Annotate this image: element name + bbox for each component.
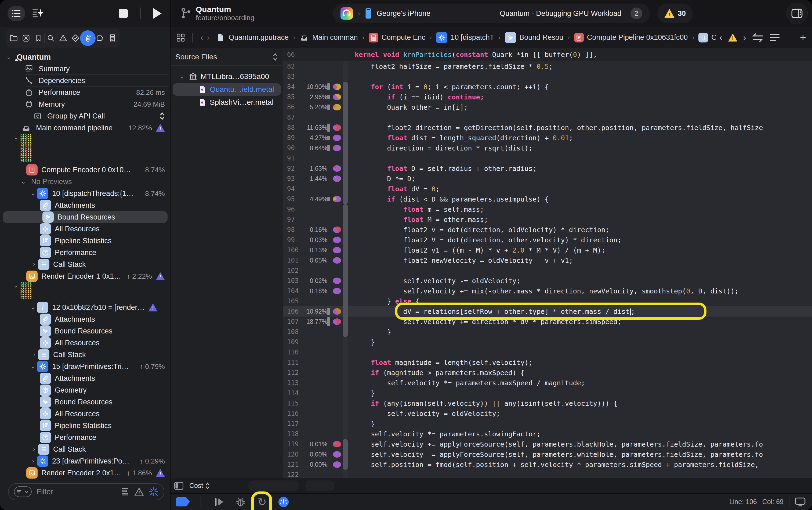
code-text[interactable]: float2 v = dot(direction, oldVelocity) *… (348, 226, 812, 234)
line-number[interactable]: 108 (283, 328, 300, 336)
chevron-down-icon[interactable]: ⌄ (179, 73, 185, 80)
sidebar-item-pipeline-statistics[interactable]: Pipeline Statistics (0, 420, 170, 431)
line-number[interactable]: 97 (283, 216, 300, 223)
code-text[interactable]: self.velocity = oldVelocity; (348, 410, 812, 418)
code-text[interactable]: D *= D; (348, 175, 812, 183)
code-text[interactable]: Quark other = in[i]; (348, 104, 812, 111)
navigator-tab-capture[interactable] (20, 30, 32, 47)
continue-button[interactable] (212, 495, 227, 509)
chevron-right-icon[interactable]: › (29, 458, 37, 464)
navigator-list-button[interactable] (7, 6, 25, 21)
sidebar-item-no-previews[interactable]: ⌄No Previews (0, 176, 170, 188)
line-number[interactable]: 104 (283, 287, 300, 295)
breadcrumb-item[interactable]: Quantum.gputrace (216, 33, 289, 42)
sidebar-item-memory[interactable]: Memory24.69 MiB (0, 98, 170, 110)
filter-input[interactable]: Filter (8, 483, 164, 500)
sidebar-item-main-command-pipeline[interactable]: Main command pipeline12.82%! (0, 122, 170, 134)
sidebar-item-performance[interactable]: Performance (0, 247, 170, 258)
sidebar-item-12-0x10b827b10-render[interactable]: ⌄f12 0x10b827b10 = [render…! (0, 302, 170, 313)
breadcrumb-item[interactable]: Compute Enc (369, 33, 426, 42)
line-number[interactable]: 102 (283, 267, 300, 274)
code-text[interactable]: float dV = 0; (348, 185, 812, 193)
code-text[interactable]: if (i == iGid) continue; (348, 93, 812, 101)
sidebar-item-all-resources[interactable]: All Resources (0, 408, 170, 420)
scheme-title[interactable]: Quantum feature/onboarding (181, 5, 254, 22)
sidebar-item-quantum[interactable]: ⌄Quantum (0, 51, 170, 63)
breadcrumb-item[interactable]: {}Compute Function — krnParticles (698, 33, 716, 42)
code-text[interactable]: self.velocity -= oldVelocity; (348, 277, 812, 285)
code-text[interactable]: float2 v1 = ((m - M) * v + 2.0 * M * V) … (348, 247, 812, 254)
code-text[interactable]: float magnitude = length(self.velocity); (348, 359, 812, 367)
performance-gauge-button[interactable] (276, 495, 291, 509)
add-editor-button[interactable]: + (800, 31, 806, 44)
navigator-tab-search[interactable] (44, 30, 57, 47)
line-number[interactable]: 96 (283, 205, 300, 213)
code-text[interactable]: self.velocity += mix(-other.mass * direc… (348, 287, 812, 295)
chevron-down-icon[interactable]: ⌄ (29, 363, 37, 370)
line-number[interactable]: 116 (283, 410, 300, 417)
code-text[interactable]: float D = self.radius + other.radius; (348, 165, 812, 172)
sidebar-item-call-stack[interactable]: ›Call Stack (0, 443, 170, 455)
sidebar-item-call-stack[interactable]: ›Call Stack (0, 258, 170, 270)
chevron-down-icon[interactable]: ⌄ (29, 304, 37, 311)
line-number[interactable]: 84 (283, 83, 300, 90)
line-number[interactable]: 101 (283, 257, 300, 264)
sidebar-item-attachments[interactable]: Attachments (0, 372, 170, 384)
line-number[interactable]: 88 (283, 124, 300, 132)
code-text[interactable]: float dist = length_squared(direction) +… (348, 134, 812, 142)
line-number[interactable]: 93 (283, 175, 300, 182)
line-number[interactable]: 100 (283, 247, 300, 254)
sidebar-item-all-resources[interactable]: All Resources (0, 223, 170, 235)
line-number[interactable]: 118 (283, 430, 300, 438)
code-text[interactable]: } (348, 338, 812, 346)
filter-dispatch-icon[interactable] (149, 487, 158, 497)
device-run-pill[interactable]: › George's iPhone Quantum - Debugging GP… (333, 3, 650, 23)
text-lines-icon[interactable] (769, 33, 780, 42)
code-text[interactable]: float2 direction = getDirection(self.pos… (348, 124, 812, 132)
chevron-right-icon[interactable]: › (30, 351, 38, 358)
sidebar-item-compute-encoder-0-0x10[interactable]: Compute Encoder 0 0x10…8.74% (0, 164, 170, 176)
code-text[interactable]: self.velocity *= parameters.maxSpeed / m… (348, 379, 812, 387)
sidebar-item-10-dispatchthreads-1[interactable]: ⌄10 [dispatchThreads:{1…8.74% (0, 188, 170, 199)
code-text[interactable]: self.velocity += direction * dV * parame… (348, 318, 812, 326)
line-number[interactable]: 107 (283, 318, 300, 325)
breadcrumb-item[interactable]: 10 [dispatchT (436, 32, 494, 43)
code-text[interactable]: float m = self.mass; (348, 205, 812, 214)
warnings-pill[interactable]: ! 30 (657, 3, 693, 23)
line-number[interactable]: 106 (283, 308, 300, 315)
code-text[interactable]: if (magnitude > parameters.maxSpeed) { (348, 369, 812, 377)
code-text[interactable]: float2 V = dot(direction, other.velocity… (348, 236, 812, 244)
breadcrumb-item[interactable]: Main comman (299, 33, 358, 42)
sidebar-item-performance[interactable]: Performance (0, 431, 170, 443)
sidebar-item-render-encoder-2-0x1[interactable]: Render Encoder 2 0x1…↓ 1.86%! (0, 467, 170, 479)
line-number[interactable]: 92 (283, 165, 300, 172)
code-text[interactable]: float2 newVelocity = oldVelocity - v + v… (348, 257, 812, 264)
code-text[interactable]: } (348, 389, 812, 397)
breadcrumb-item[interactable]: Bound Resou (505, 32, 563, 43)
forward-button[interactable]: › (207, 32, 210, 42)
line-number[interactable]: 122 (283, 471, 300, 478)
code-text[interactable]: for (int i = 0; i < parameters.count; ++… (348, 83, 812, 91)
sidebar-item-preview-thumbnail[interactable]: ⌄ (0, 134, 170, 164)
line-number[interactable]: 85 (283, 93, 300, 101)
sidebar-item-pipeline-statistics[interactable]: Pipeline Statistics (0, 235, 170, 247)
line-number[interactable]: 95 (283, 195, 300, 203)
chevron-down-icon[interactable]: ⌄ (12, 134, 20, 141)
gutter-toggle-icon[interactable] (174, 482, 183, 490)
navigator-tab-bookmark[interactable] (32, 30, 44, 47)
chevron-down-icon[interactable]: ⌄ (5, 54, 13, 60)
line-number[interactable]: 105 (283, 298, 300, 305)
line-number[interactable]: 94 (283, 185, 300, 193)
chevron-down-icon[interactable]: ⌄ (19, 178, 27, 185)
sidebar-item-bound-resources[interactable]: Bound Resources (3, 211, 168, 223)
line-number[interactable]: 114 (283, 389, 300, 397)
line-number[interactable]: 110 (283, 348, 300, 356)
code-text[interactable]: float M = other.mass; (348, 216, 812, 224)
stop-button[interactable] (117, 8, 129, 18)
chevron-right-icon[interactable]: › (30, 261, 38, 268)
updown-control-icon[interactable] (159, 112, 165, 120)
line-number[interactable]: 83 (283, 73, 300, 80)
sidebar-item-23-drawprimitives-po[interactable]: ›23 [drawPrimitives:Po…↑ 0.29% (0, 455, 170, 467)
line-number[interactable]: 119 (283, 441, 300, 448)
navigator-tab-spray[interactable] (82, 30, 94, 47)
